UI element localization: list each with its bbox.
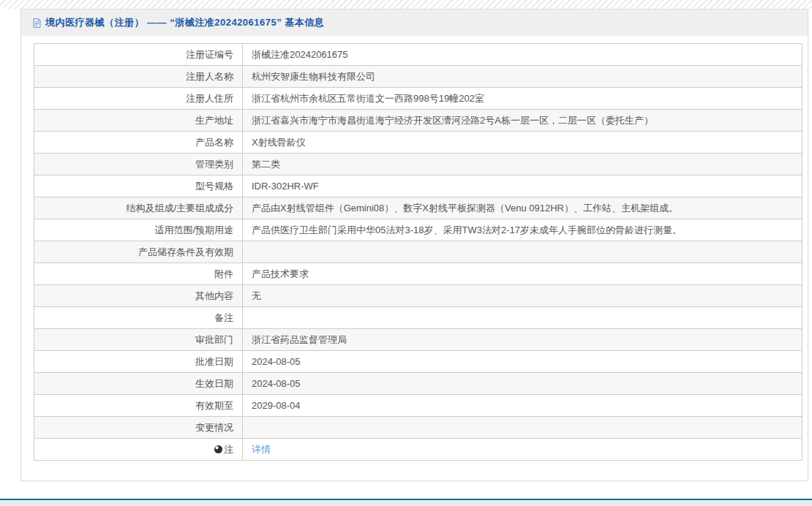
- row-label: 注册人名称: [34, 66, 243, 88]
- info-table: 注册证编号 浙械注准20242061675 注册人名称 杭州安智康生物科技有限公…: [34, 43, 802, 461]
- row-label-text: 其他内容: [195, 290, 233, 301]
- table-row: 适用范围/预期用途 产品供医疗卫生部门采用中华05法对3-18岁、采用TW3法对…: [34, 219, 802, 241]
- table-row: 备注: [34, 307, 802, 329]
- row-label-text: 生产地址: [195, 115, 233, 126]
- row-value: X射线骨龄仪: [243, 132, 802, 154]
- detail-link[interactable]: 详情: [252, 444, 271, 455]
- table-row: 产品名称 X射线骨龄仪: [34, 132, 802, 154]
- row-value: 浙江省嘉兴市海宁市海昌街道海宁经济开发区漕河泾路2号A栋一层一区，二层一区（委托…: [243, 110, 802, 132]
- row-value: 产品技术要求: [243, 263, 802, 285]
- row-label-text: 注册证编号: [186, 49, 233, 60]
- row-label-text: 附件: [214, 268, 233, 279]
- row-label: 注册人住所: [34, 88, 243, 110]
- table-row: 注 详情: [34, 439, 802, 461]
- row-value-text: 杭州安智康生物科技有限公司: [252, 71, 375, 82]
- table-row: 有效期至 2029-08-04: [34, 395, 802, 417]
- table-row: 变更情况: [34, 417, 802, 439]
- row-value-text: IDR-302HR-WF: [252, 181, 319, 192]
- row-label: 审批部门: [34, 329, 243, 351]
- table-row: 注册人住所 浙江省杭州市余杭区五常街道文一西路998号19幢202室: [34, 88, 802, 110]
- row-label: 注册证编号: [34, 44, 243, 66]
- row-label-text: 管理类别: [195, 159, 233, 170]
- row-label: 批准日期: [34, 351, 243, 373]
- row-value-text: 产品供医疗卫生部门采用中华05法对3-18岁、采用TW3法对2-17岁未成年人手…: [252, 224, 682, 235]
- row-label: 产品名称: [34, 132, 243, 154]
- row-value: 第二类: [243, 154, 802, 175]
- row-label-text: 适用范围/预期用途: [154, 224, 233, 235]
- row-value-text: 2024-08-05: [252, 356, 301, 367]
- footer-divider: [0, 499, 812, 506]
- row-label: 管理类别: [34, 154, 243, 175]
- row-label: 产品储存条件及有效期: [34, 241, 243, 263]
- row-label-text: 批准日期: [195, 356, 233, 367]
- row-value-text: 浙江省药品监督管理局: [252, 334, 347, 345]
- row-label-text: 生效日期: [195, 378, 233, 389]
- row-label-text: 型号规格: [195, 181, 233, 192]
- table-row: 生产地址 浙江省嘉兴市海宁市海昌街道海宁经济开发区漕河泾路2号A栋一层一区，二层…: [34, 110, 802, 132]
- row-value-text: 浙江省杭州市余杭区五常街道文一西路998号19幢202室: [252, 93, 484, 104]
- table-row: 批准日期 2024-08-05: [34, 351, 802, 373]
- table-row: 其他内容 无: [34, 285, 802, 307]
- row-value-text: 产品技术要求: [252, 268, 309, 279]
- row-label-text: 有效期至: [195, 400, 233, 411]
- row-value-text: 第二类: [252, 159, 280, 170]
- row-label-text: 备注: [214, 312, 233, 323]
- table-row: 产品储存条件及有效期: [34, 241, 802, 263]
- row-label: 其他内容: [34, 285, 243, 307]
- row-value: 无: [243, 285, 802, 307]
- row-value: 浙江省杭州市余杭区五常街道文一西路998号19幢202室: [243, 88, 802, 110]
- row-value: 2029-08-04: [243, 395, 802, 417]
- row-label: 附件: [34, 263, 243, 285]
- row-value: [243, 241, 802, 263]
- row-label: 生效日期: [34, 373, 243, 395]
- row-value: 浙械注准20242061675: [243, 44, 802, 66]
- row-value-text: X射线骨龄仪: [252, 137, 306, 148]
- row-label: 备注: [34, 307, 243, 329]
- row-value: 产品由X射线管组件（Gemini08）、数字X射线平板探测器（Venu 0912…: [243, 197, 802, 219]
- table-row: 审批部门 浙江省药品监督管理局: [34, 329, 802, 351]
- row-value-text: 产品由X射线管组件（Gemini08）、数字X射线平板探测器（Venu 0912…: [252, 203, 678, 214]
- row-value: IDR-302HR-WF: [243, 175, 802, 197]
- row-label: 型号规格: [34, 175, 243, 197]
- row-label: 注: [34, 439, 243, 461]
- row-label: 生产地址: [34, 110, 243, 132]
- row-value: 产品供医疗卫生部门采用中华05法对3-18岁、采用TW3法对2-17岁未成年人手…: [243, 219, 802, 241]
- panel-header: 境内医疗器械（注册） —— “浙械注准20242061675” 基本信息: [21, 10, 808, 36]
- table-row: 型号规格 IDR-302HR-WF: [34, 175, 802, 197]
- page-title: 境内医疗器械（注册） —— “浙械注准20242061675” 基本信息: [45, 16, 324, 29]
- row-value-text: 浙械注准20242061675: [252, 49, 348, 60]
- table-row: 结构及组成/主要组成成分 产品由X射线管组件（Gemini08）、数字X射线平板…: [34, 197, 802, 219]
- row-value-text: 2029-08-04: [252, 400, 301, 411]
- row-label-text: 产品储存条件及有效期: [138, 246, 233, 257]
- row-label-text: 变更情况: [195, 422, 233, 433]
- row-label: 结构及组成/主要组成成分: [34, 197, 243, 219]
- table-row: 注册证编号 浙械注准20242061675: [34, 44, 802, 66]
- row-value-text: 无: [252, 290, 261, 301]
- table-row: 注册人名称 杭州安智康生物科技有限公司: [34, 66, 802, 88]
- document-icon: [31, 18, 42, 29]
- row-value: 详情: [243, 439, 802, 461]
- row-label: 变更情况: [34, 417, 243, 439]
- row-value: [243, 307, 802, 329]
- row-value: 杭州安智康生物科技有限公司: [243, 66, 802, 88]
- row-label-text: 产品名称: [195, 137, 233, 148]
- row-value: [243, 417, 802, 439]
- table-row: 管理类别 第二类: [34, 154, 802, 175]
- row-label-text: 注: [224, 444, 233, 455]
- row-value: 2024-08-05: [243, 373, 802, 395]
- row-label: 有效期至: [34, 395, 243, 417]
- row-value-text: 浙江省嘉兴市海宁市海昌街道海宁经济开发区漕河泾路2号A栋一层一区，二层一区（委托…: [252, 115, 653, 126]
- row-value-text: 2024-08-05: [252, 378, 301, 389]
- row-label-text: 结构及组成/主要组成成分: [126, 203, 233, 214]
- row-label-text: 注册人名称: [186, 71, 233, 82]
- table-row: 生效日期 2024-08-05: [34, 373, 802, 395]
- row-label: 适用范围/预期用途: [34, 219, 243, 241]
- content-panel: 境内医疗器械（注册） —— “浙械注准20242061675” 基本信息 注册证…: [20, 9, 808, 481]
- note-icon: [214, 445, 222, 453]
- row-label-text: 审批部门: [195, 334, 233, 345]
- row-label-text: 注册人住所: [186, 93, 233, 104]
- row-value: 浙江省药品监督管理局: [243, 329, 802, 351]
- table-row: 附件 产品技术要求: [34, 263, 802, 285]
- row-value: 2024-08-05: [243, 351, 802, 373]
- top-stripe-band: [0, 0, 812, 9]
